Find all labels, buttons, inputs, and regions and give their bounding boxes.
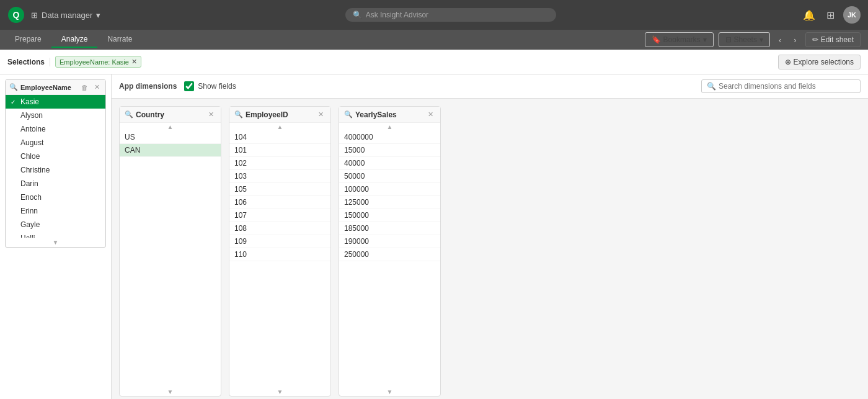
dimension-card-item[interactable]: 150000 <box>339 209 440 222</box>
dimension-card-item[interactable]: 40000 <box>339 157 440 170</box>
selection-box-title: EmployeeName <box>20 84 79 91</box>
employee-name-list: ✓Kasie Alyson Antoine August Chloe Chris… <box>6 95 105 238</box>
dimension-card-item[interactable]: US <box>120 131 221 144</box>
dimension-card-item[interactable]: 102 <box>229 157 330 170</box>
dimension-card-item[interactable]: CAN <box>120 144 221 157</box>
notifications-button[interactable]: 🔔 <box>800 7 818 24</box>
show-fields-toggle[interactable]: Show fields <box>184 81 236 91</box>
forward-icon: › <box>794 35 796 45</box>
tab-analyze[interactable]: Analyze <box>51 32 98 48</box>
dimension-card-list-country: USCAN <box>120 131 221 388</box>
selection-list-item[interactable]: Halli <box>6 231 105 238</box>
dimension-card-item[interactable]: 185000 <box>339 222 440 235</box>
dimension-card-close-yearly-sales[interactable]: ✕ <box>426 110 435 119</box>
apps-button[interactable]: ⊞ <box>824 7 837 24</box>
dimension-card-item[interactable]: 101 <box>229 144 330 157</box>
show-fields-label: Show fields <box>198 82 236 91</box>
dimension-card-item[interactable]: 50000 <box>339 170 440 183</box>
explore-selections-button[interactable]: ⊕ Explore selections <box>778 55 861 69</box>
chevron-down-icon: ▾ <box>703 35 707 44</box>
dimension-card-item[interactable]: 190000 <box>339 235 440 248</box>
selection-list-item[interactable]: Erinn <box>6 204 105 218</box>
dimension-card-header-yearly-sales: 🔍 YearlySales ✕ <box>339 107 440 123</box>
dimension-card-item[interactable]: 100000 <box>339 183 440 196</box>
selection-list-item[interactable]: Darin <box>6 177 105 191</box>
dimension-card-item[interactable]: 109 <box>229 235 330 248</box>
dimension-card-item[interactable]: 4000000 <box>339 131 440 144</box>
forward-button[interactable]: › <box>790 33 800 47</box>
dimension-card-item[interactable]: 125000 <box>339 196 440 209</box>
selection-list-item[interactable]: Alyson <box>6 109 105 122</box>
bookmarks-button[interactable]: 🔖 Bookmarks ▾ <box>645 32 714 47</box>
dimension-card-item[interactable]: 105 <box>229 183 330 196</box>
dimension-card-item[interactable]: 108 <box>229 222 330 235</box>
remove-selection-button[interactable]: ✕ <box>131 58 137 66</box>
employee-name-selection-box: 🔍 EmployeeName 🗑 ✕ ✓Kasie Alyson Antoine… <box>5 79 106 248</box>
scroll-indicator-down: ▼ <box>6 238 105 247</box>
dimension-card-list-yearly-sales: 4000000150004000050000100000125000150000… <box>339 131 440 388</box>
back-button[interactable]: ‹ <box>775 33 785 47</box>
edit-sheet-button[interactable]: ✏ Edit sheet <box>805 32 861 47</box>
app-name: Data manager <box>42 11 92 20</box>
svg-text:Q: Q <box>13 10 20 20</box>
app-tabs-bar: Prepare Analyze Narrate 🔖 Bookmarks ▾ ⊟ … <box>0 30 868 50</box>
selection-field-name: EmployeeName: Kasie <box>60 58 129 66</box>
close-selection-button[interactable]: ✕ <box>92 83 102 92</box>
dimensions-search-box[interactable]: 🔍 <box>701 79 861 93</box>
sheets-button[interactable]: ⊟ Sheets ▾ <box>719 32 770 47</box>
search-small-icon: 🔍 <box>9 83 18 91</box>
search-input[interactable] <box>366 11 549 19</box>
dimension-card-item[interactable]: 106 <box>229 196 330 209</box>
main-header: Q ⊞ Data manager ▾ 🔍 🔔 ⊞ JK <box>0 0 868 30</box>
app-icon: ⊞ <box>31 11 38 20</box>
selection-list-item[interactable]: Antoine <box>6 122 105 136</box>
dimension-card-item[interactable]: 110 <box>229 248 330 261</box>
dimension-card-header-employee-id: 🔍 EmployeeID ✕ <box>229 107 330 123</box>
tab-prepare[interactable]: Prepare <box>5 32 51 48</box>
dimensions-search-input[interactable] <box>719 82 855 91</box>
app-tab-right: 🔖 Bookmarks ▾ ⊟ Sheets ▾ ‹ › ✏ Edit shee… <box>645 32 868 47</box>
dimension-card-list-employee-id: 104101102103105106107108109110 <box>229 131 330 388</box>
bookmarks-label: Bookmarks <box>663 35 701 44</box>
scroll-down-country: ▼ <box>120 388 221 396</box>
dimension-card-item[interactable]: 250000 <box>339 248 440 261</box>
explore-selections-label: Explore selections <box>794 58 854 66</box>
main-content: 🔍 EmployeeName 🗑 ✕ ✓Kasie Alyson Antoine… <box>0 74 868 399</box>
selection-list-item[interactable]: Gayle <box>6 218 105 231</box>
bookmark-icon: 🔖 <box>652 35 661 44</box>
tab-narrate[interactable]: Narrate <box>97 32 142 48</box>
selection-list-item[interactable]: August <box>6 136 105 150</box>
apps-grid-icon: ⊞ <box>826 9 835 21</box>
selections-bar-right: ⊕ Explore selections <box>778 55 861 69</box>
qlik-logo: Q <box>7 6 25 24</box>
dimension-card-item[interactable]: 103 <box>229 170 330 183</box>
selection-tag-employeename: EmployeeName: Kasie ✕ <box>55 56 141 68</box>
clear-selection-button[interactable]: 🗑 <box>79 83 90 92</box>
dimension-card-title-yearly-sales: YearlySales <box>355 110 426 119</box>
checkmark-icon: ✓ <box>11 99 18 105</box>
ask-insight-search[interactable]: 🔍 <box>345 8 556 22</box>
dimension-search-icon: 🔍 <box>344 110 353 119</box>
dimension-card-yearly-sales: 🔍 YearlySales ✕ ▲40000001500040000500001… <box>339 106 441 397</box>
dimension-card-item[interactable]: 15000 <box>339 144 440 157</box>
chevron-down-icon: ▾ <box>760 35 763 44</box>
sheets-label: Sheets <box>734 35 757 44</box>
scroll-up-employee-id: ▲ <box>229 123 330 131</box>
dimension-card-header-country: 🔍 Country ✕ <box>120 107 221 123</box>
dimension-card-close-country[interactable]: ✕ <box>206 110 216 119</box>
dimension-card-close-employee-id[interactable]: ✕ <box>316 110 326 119</box>
scroll-down-yearly-sales: ▼ <box>339 388 440 396</box>
back-icon: ‹ <box>779 35 781 45</box>
selection-box-header: 🔍 EmployeeName 🗑 ✕ <box>6 80 105 95</box>
user-avatar[interactable]: JK <box>843 6 861 24</box>
selection-list-item[interactable]: ✓Kasie <box>6 95 105 109</box>
show-fields-checkbox[interactable] <box>184 81 194 91</box>
selection-list-item[interactable]: Enoch <box>6 191 105 204</box>
dimension-card-item[interactable]: 104 <box>229 131 330 144</box>
selection-list-item[interactable]: Chloe <box>6 150 105 163</box>
search-icon: 🔍 <box>707 82 716 91</box>
selection-list-item[interactable]: Christine <box>6 163 105 177</box>
dimension-card-item[interactable]: 107 <box>229 209 330 222</box>
dimension-search-icon: 🔍 <box>234 110 243 119</box>
sheets-icon: ⊟ <box>725 35 732 44</box>
